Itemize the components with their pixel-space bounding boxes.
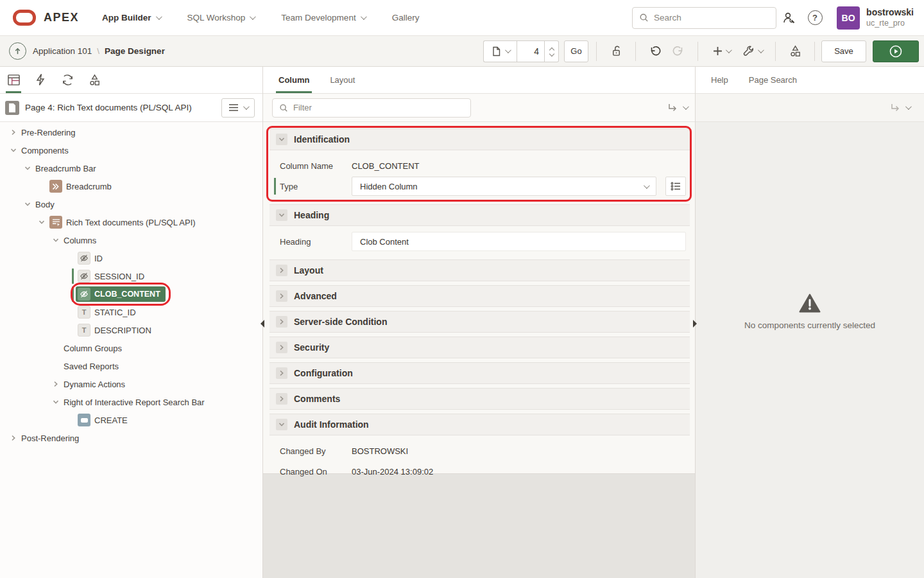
tree-item-dynamic-actions[interactable]: Dynamic Actions: [0, 375, 262, 393]
tree-chevron-icon[interactable]: [50, 237, 62, 243]
lock-unlocked-icon[interactable]: [604, 40, 628, 62]
menu-gallery[interactable]: Gallery: [392, 13, 420, 22]
quick-pick-button[interactable]: [665, 177, 686, 196]
page-number-stepper[interactable]: [545, 40, 559, 62]
menu-sql-workshop[interactable]: SQL Workshop: [187, 13, 255, 22]
tree-item-components[interactable]: Components: [0, 141, 262, 159]
tree-item-columns[interactable]: Columns: [0, 231, 262, 249]
tree-item-saved-reports[interactable]: Saved Reports: [0, 357, 262, 375]
property-label: Type: [280, 182, 352, 191]
select-type[interactable]: Hidden Column: [352, 177, 656, 196]
tree-item-static-id[interactable]: TSTATIC_ID: [0, 303, 262, 321]
group-header-audit-information[interactable]: Audit Information: [270, 414, 690, 435]
tab-page-shared-components[interactable]: [81, 66, 108, 93]
collapse-icon: [276, 419, 287, 430]
tree-item-clob-content[interactable]: CLOB_CONTENT: [0, 285, 262, 303]
expand-icon: [276, 265, 287, 276]
undo-icon[interactable]: [644, 40, 667, 62]
tab-column[interactable]: Column: [276, 66, 312, 93]
tree-item-label: CLOB_CONTENT: [94, 290, 160, 299]
splitter-right-handle[interactable]: [693, 320, 697, 328]
tree-chevron-icon[interactable]: [50, 381, 62, 387]
tree-item-body[interactable]: Body: [0, 195, 262, 213]
tree-item-post-rendering[interactable]: Post-Rendering: [0, 429, 262, 447]
tree-item-pre-rendering[interactable]: Pre-Rendering: [0, 123, 262, 141]
tree-item-label: Right of Interactive Report Search Bar: [64, 398, 205, 407]
tree-chevron-icon[interactable]: [8, 435, 19, 441]
tree-chevron-icon[interactable]: [8, 147, 19, 153]
tab-help[interactable]: Help: [708, 66, 731, 93]
property-filter[interactable]: [272, 98, 471, 118]
hamburger-icon: [228, 103, 239, 112]
property-value: BOSTROWSKI: [352, 446, 408, 456]
tree-item-right-of-interactive-report-search-bar[interactable]: Right of Interactive Report Search Bar: [0, 393, 262, 411]
tab-rendering[interactable]: [0, 66, 27, 93]
group-header-advanced[interactable]: Advanced: [270, 285, 690, 307]
breadcrumb-page-designer: Page Designer: [105, 46, 165, 56]
help-icon[interactable]: ?: [802, 10, 828, 25]
group-header-comments[interactable]: Comments: [270, 388, 690, 410]
group-comments: Comments: [270, 388, 690, 410]
dynamic-actions-icon: [35, 73, 46, 86]
expand-icon: [276, 290, 287, 302]
group-title: Heading: [294, 210, 329, 220]
menu-app-builder[interactable]: App Builder: [102, 13, 160, 22]
tree-item-rich-text-documents-pl-sql-api[interactable]: Rich Text documents (PL/SQL API): [0, 213, 262, 231]
group-header-security[interactable]: Security: [270, 337, 690, 358]
group-header-configuration[interactable]: Configuration: [270, 362, 690, 384]
group-header-server-side-condition[interactable]: Server-side Condition: [270, 311, 690, 333]
expand-icon: [276, 393, 287, 405]
goto-group-icon[interactable]: [667, 103, 687, 113]
search-input[interactable]: [654, 13, 769, 22]
splitter-left-handle[interactable]: [261, 320, 264, 328]
tree-chevron-icon[interactable]: [22, 201, 33, 207]
avatar[interactable]: BO: [837, 6, 860, 30]
input-heading[interactable]: Clob Content: [352, 232, 686, 251]
group-header-heading[interactable]: Heading: [270, 204, 690, 226]
stepper-down-icon: [549, 51, 554, 57]
group-title: Audit Information: [294, 419, 369, 430]
go-button[interactable]: Go: [564, 40, 588, 62]
property-footer: [263, 473, 695, 578]
tree-item-description[interactable]: TDESCRIPTION: [0, 321, 262, 339]
admin-wrench-icon[interactable]: [776, 11, 802, 25]
group-header-identification[interactable]: Identification: [270, 128, 690, 150]
tree-item-breadcrumb[interactable]: Breadcrumb: [0, 177, 262, 195]
search-icon: [279, 103, 288, 112]
tab-page-search[interactable]: Page Search: [746, 66, 800, 93]
shared-components-icon: [88, 73, 101, 87]
breadcrumb-app[interactable]: Application 101: [33, 46, 92, 56]
tree-chevron-icon[interactable]: [36, 219, 47, 225]
tree-header: Page 4: Rich Text documents (PL/SQL API): [0, 94, 262, 122]
tree-item-session-id[interactable]: SESSION_ID: [0, 267, 262, 285]
group-title: Identification: [294, 134, 350, 144]
redo-icon[interactable]: [667, 40, 690, 62]
tree-item-id[interactable]: ID: [0, 249, 262, 267]
filter-input[interactable]: [293, 103, 464, 112]
tree-item-label: Dynamic Actions: [64, 380, 125, 389]
tree-chevron-icon[interactable]: [22, 165, 33, 171]
page-number-input[interactable]: [517, 40, 545, 62]
up-to-app-icon[interactable]: [9, 42, 26, 60]
menu-team-development[interactable]: Team Development: [281, 13, 364, 22]
tree-item-column-groups[interactable]: Column Groups: [0, 339, 262, 357]
tree-chevron-icon[interactable]: [8, 129, 19, 136]
tree-item-breadcrumb-bar[interactable]: Breadcrumb Bar: [0, 159, 262, 177]
changed-indicator: [274, 178, 276, 195]
tab-processing[interactable]: [54, 66, 81, 93]
annotation-highlight: CLOB_CONTENT: [76, 286, 166, 302]
tree-chevron-icon[interactable]: [50, 399, 62, 405]
page-finder-button[interactable]: [483, 40, 517, 62]
top-header: APEX App BuilderSQL WorkshopTeam Develop…: [0, 0, 924, 36]
tab-layout[interactable]: Layout: [327, 66, 357, 93]
group-server-side-condition: Server-side Condition: [270, 311, 690, 333]
group-header-layout[interactable]: Layout: [270, 259, 690, 281]
global-search[interactable]: [632, 7, 776, 29]
tab-dynamic-actions[interactable]: [27, 66, 54, 93]
tree-menu-button[interactable]: [221, 98, 255, 118]
processing-icon: [61, 74, 74, 86]
user-workspace: uc_rte_pro: [866, 19, 914, 28]
chevron-down-icon: [504, 47, 511, 53]
tree-item-create[interactable]: CREATE: [0, 411, 262, 429]
group-advanced: Advanced: [270, 285, 690, 307]
